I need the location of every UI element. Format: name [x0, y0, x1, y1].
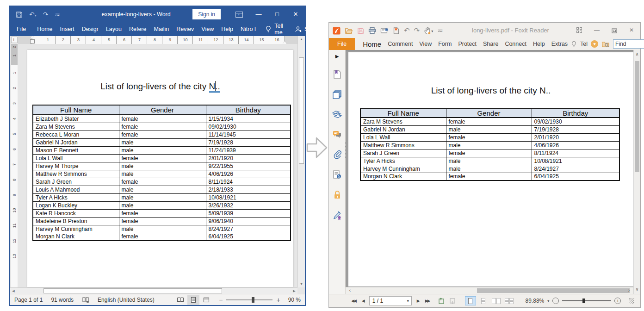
tab-references[interactable]: Refere [125, 22, 150, 36]
open-file-icon[interactable] [345, 26, 353, 34]
zoom-dropdown-icon[interactable]: ▾ [547, 299, 549, 303]
zoom-in-button[interactable]: + [614, 298, 621, 304]
redo-icon[interactable]: ↷ [414, 27, 420, 34]
hand-tool-icon[interactable]: ▾ [424, 26, 433, 34]
minimize-button[interactable]: — [594, 27, 600, 33]
zoom-percent-label[interactable]: 89.88% [526, 298, 545, 304]
zoom-percent-label[interactable]: 90 % [284, 297, 305, 303]
menu-comment[interactable]: Comment [384, 41, 416, 47]
customize-quick-access-icon[interactable]: ≂ [55, 11, 60, 18]
last-page-button[interactable]: ▶▶ [424, 299, 431, 303]
word-vertical-scrollbar[interactable]: ▲ ▼ [297, 36, 305, 287]
find-input[interactable] [613, 39, 644, 49]
pdf-page[interactable]: List of long-livers of the city N.. Full… [348, 52, 633, 286]
tell-me-label[interactable]: Tel [580, 41, 588, 47]
security-panel-icon[interactable] [333, 190, 341, 200]
word-count-label[interactable]: 91 words [47, 297, 78, 303]
email-icon[interactable] [380, 26, 389, 34]
web-layout-button[interactable] [200, 295, 212, 305]
customize-toolbar-icon[interactable]: ≂ [437, 27, 443, 34]
proofing-status-icon[interactable] [78, 296, 93, 303]
zoom-out-button[interactable]: − [552, 298, 559, 304]
foxit-vertical-scrollbar[interactable]: ∧ ∨ [633, 50, 640, 294]
first-page-button[interactable]: ◀◀ [350, 299, 357, 303]
continuous-layout-button[interactable] [478, 296, 489, 305]
layers-panel-icon[interactable] [332, 110, 342, 119]
menu-connect[interactable]: Connect [502, 41, 530, 47]
create-pdf-icon[interactable] [393, 26, 400, 34]
tab-insert[interactable]: Insert [56, 22, 78, 36]
language-label[interactable]: English (United States) [93, 297, 159, 303]
page-count-label[interactable]: Page 1 of 1 [10, 297, 47, 303]
heart-icon[interactable]: ♥ [591, 40, 598, 48]
tab-stop-selector[interactable]: L [11, 37, 18, 43]
word-horizontal-scrollbar[interactable]: ◀ ▶ [10, 287, 297, 294]
horizontal-scroll-thumb[interactable] [43, 288, 222, 293]
word-data-table[interactable]: Full NameGenderBirthday Elizabeth J Slat… [32, 105, 291, 241]
zoom-slider[interactable] [562, 300, 611, 301]
lightbulb-icon[interactable] [571, 40, 577, 47]
tell-me-button[interactable]: Tell me [260, 23, 289, 36]
close-button[interactable]: ✕ [286, 6, 305, 22]
tab-mailings[interactable]: Mailin [150, 22, 173, 36]
page-dropdown-icon[interactable]: ▾ [405, 299, 411, 303]
print-icon[interactable] [368, 26, 376, 34]
ribbon-display-options-icon[interactable] [235, 12, 243, 18]
scroll-up-icon[interactable]: ∧ [634, 51, 640, 58]
scroll-right-icon[interactable]: › [625, 287, 632, 294]
digital-signatures-panel-icon[interactable] [333, 170, 342, 180]
scroll-down-icon[interactable]: ▼ [298, 281, 305, 287]
indent-marker-left[interactable] [30, 37, 34, 44]
next-page-button[interactable]: ▶ [416, 299, 420, 303]
tab-nitro[interactable]: Nitro I [237, 22, 260, 36]
read-mode-button[interactable] [174, 295, 186, 305]
save-icon[interactable] [16, 11, 23, 18]
close-button[interactable]: ✕ [629, 27, 634, 33]
sign-in-button[interactable]: Sign in [192, 9, 221, 19]
menu-file[interactable]: File [329, 38, 355, 50]
expand-panel-icon[interactable]: ▶ [335, 54, 339, 59]
next-view-button[interactable] [449, 297, 456, 305]
menu-share[interactable]: Share [480, 41, 502, 47]
pages-panel-icon[interactable] [332, 90, 342, 100]
comments-panel-icon[interactable] [332, 130, 342, 138]
page-number-box[interactable]: 1 / 1 ▾ [369, 296, 412, 305]
redo-icon[interactable]: ↷ [43, 11, 49, 18]
continuous-facing-layout-button[interactable] [504, 296, 515, 305]
print-layout-button[interactable] [187, 295, 199, 305]
foxit-logo-icon[interactable] [333, 26, 341, 34]
scroll-up-icon[interactable]: ▲ [298, 36, 305, 43]
indent-marker-right[interactable] [283, 40, 287, 44]
zoom-slider-thumb[interactable] [582, 299, 585, 303]
word-page[interactable]: List of long-livers of the city N.. Full… [27, 50, 293, 287]
menu-home[interactable]: Home [359, 40, 384, 48]
foxit-horizontal-scrollbar[interactable]: ‹ › [346, 287, 633, 294]
horizontal-ruler[interactable]: 12345678910111213141516 [18, 36, 297, 44]
resize-grip[interactable] [629, 298, 634, 304]
zoom-out-icon[interactable]: − [219, 296, 223, 304]
tab-file[interactable]: File [10, 22, 33, 36]
zoom-slider[interactable] [226, 299, 272, 300]
minimize-button[interactable]: — [249, 6, 268, 22]
zoom-in-icon[interactable]: + [276, 296, 280, 304]
search-folder-icon[interactable] [601, 40, 610, 47]
menu-help[interactable]: Help [530, 41, 548, 47]
maximize-button[interactable]: □ [268, 6, 286, 22]
scroll-right-icon[interactable]: ▶ [291, 288, 297, 294]
restore-button[interactable] [612, 27, 617, 33]
restore-layout-grid-icon[interactable] [576, 27, 582, 33]
menu-view[interactable]: View [416, 41, 435, 47]
scroll-down-icon[interactable]: ∨ [634, 286, 640, 293]
menu-protect[interactable]: Protect [455, 41, 480, 47]
tab-home[interactable]: Home [33, 22, 56, 36]
share-button[interactable]: Share [289, 25, 325, 32]
single-page-layout-button[interactable] [465, 296, 476, 305]
previous-view-button[interactable] [438, 297, 445, 305]
tab-layout[interactable]: Layou [102, 22, 125, 36]
attachments-panel-icon[interactable] [333, 149, 341, 159]
previous-page-button[interactable]: ◀ [361, 299, 365, 303]
save-icon[interactable] [357, 26, 364, 34]
tab-review[interactable]: Reviev [173, 22, 198, 36]
page-number-value[interactable]: 1 / 1 [370, 298, 405, 304]
vertical-scroll-thumb[interactable] [635, 61, 639, 172]
